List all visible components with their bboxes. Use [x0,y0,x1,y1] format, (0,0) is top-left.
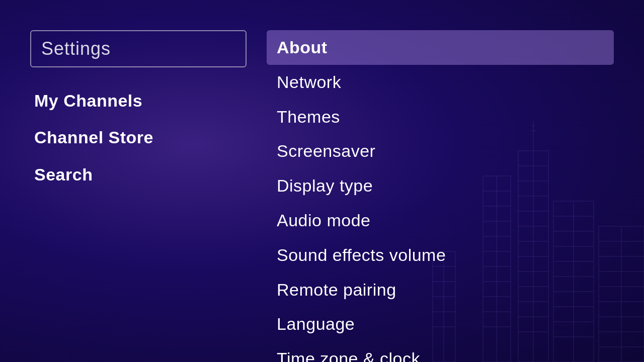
menu-item-about[interactable]: About [267,30,614,65]
menu-item-display-type[interactable]: Display type [267,168,614,203]
sidebar-item-search[interactable]: Search [34,156,247,193]
menu-item-sound-effects-volume[interactable]: Sound effects volume [267,238,614,273]
menu-item-screensaver[interactable]: Screensaver [267,134,614,168]
settings-title-box: Settings [30,30,247,67]
menu-item-network[interactable]: Network [267,65,614,100]
menu-item-audio-mode[interactable]: Audio mode [267,203,614,238]
sidebar-item-my-channels[interactable]: My Channels [34,82,247,119]
right-menu: About Network Themes Screensaver Display… [267,30,614,362]
menu-item-remote-pairing[interactable]: Remote pairing [267,273,614,307]
right-panel: About Network Themes Screensaver Display… [267,30,614,362]
menu-item-language[interactable]: Language [267,307,614,341]
main-content: Settings My Channels Channel Store Searc… [0,0,644,362]
settings-title: Settings [41,38,111,59]
menu-item-themes[interactable]: Themes [267,100,614,134]
left-panel: Settings My Channels Channel Store Searc… [30,30,247,193]
sidebar-item-channel-store[interactable]: Channel Store [34,119,247,156]
menu-item-time-zone-clock[interactable]: Time zone & clock [267,341,614,362]
left-menu: My Channels Channel Store Search [30,82,247,193]
